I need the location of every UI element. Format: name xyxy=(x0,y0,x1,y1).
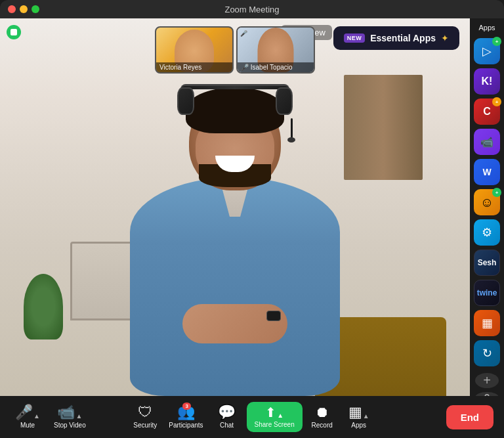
headphones xyxy=(177,84,293,150)
toolbar: 🎤 ▲ Mute 📹 ▲ Stop Video 🛡 Security 👥 3 xyxy=(0,396,504,438)
main-area: ⊞ ⊞ View Victoria Reyes 🎤 🎤 Isabel Topac… xyxy=(0,18,504,396)
chat-button[interactable]: 💬 Chat xyxy=(210,403,244,431)
app-icon-sync[interactable]: ↻ xyxy=(474,340,500,366)
toolbar-right: End xyxy=(376,405,494,429)
thumbnail-victoria[interactable]: Victoria Reyes xyxy=(155,26,234,74)
participants-label: Participants xyxy=(169,422,203,429)
security-label: Security xyxy=(133,422,157,429)
mute-label: Mute xyxy=(20,422,35,429)
record-label: Record xyxy=(312,422,333,429)
toolbar-left: 🎤 ▲ Mute 📹 ▲ Stop Video xyxy=(10,403,128,431)
share-chevron[interactable]: ▲ xyxy=(277,412,284,419)
new-badge: NEW xyxy=(344,33,366,43)
apps-icon: ▦ xyxy=(348,405,362,420)
share-screen-label: Share Screen xyxy=(255,421,295,428)
app-badge-cameo: + xyxy=(492,97,501,106)
sidebar-help-button[interactable]: ? xyxy=(475,392,499,396)
thumbnail-isabel[interactable]: 🎤 🎤 Isabel Topacio xyxy=(236,26,315,74)
sparkle-icon: ✦ xyxy=(441,33,449,43)
video-chevron[interactable]: ▲ xyxy=(75,412,82,420)
add-icon: + xyxy=(483,373,491,388)
window-title: Zoom Meeting xyxy=(224,5,279,14)
thumbnail-strip: Victoria Reyes 🎤 🎤 Isabel Topacio xyxy=(155,26,315,74)
chat-label: Chat xyxy=(220,422,234,429)
app-icon-sesh[interactable]: Sesh xyxy=(474,250,500,276)
app-icon-grid[interactable]: ▦ xyxy=(474,310,500,336)
mute-button[interactable]: 🎤 ▲ Mute xyxy=(10,403,45,431)
apps-chevron[interactable]: ▲ xyxy=(363,412,369,420)
share-screen-button[interactable]: ⬆ ▲ Share Screen xyxy=(247,402,303,432)
banner-text: Essential Apps xyxy=(370,33,436,43)
security-icon: 🛡 xyxy=(138,405,152,420)
stop-video-label: Stop Video xyxy=(54,422,86,429)
chat-icon: 💬 xyxy=(218,405,236,420)
apps-sidebar: Apps ▷ + K! C + 📹 W ☺ + ⚙ Sesh twine xyxy=(470,18,504,396)
app-icon-smiley[interactable]: ☺ + xyxy=(474,189,500,215)
participants-button[interactable]: 👥 3 Participants xyxy=(165,403,207,431)
record-button[interactable]: ⏺ Record xyxy=(305,403,339,431)
stop-video-icon: 📹 xyxy=(57,405,75,420)
apps-label: Apps xyxy=(351,422,366,429)
main-speaker-figure xyxy=(110,55,360,396)
traffic-lights xyxy=(8,5,39,13)
app-icon-twine[interactable]: twine xyxy=(474,280,500,306)
main-video xyxy=(0,18,470,396)
app-icon-gather[interactable]: ⚙ xyxy=(474,219,500,246)
apps-button[interactable]: ▦ ▲ Apps xyxy=(342,403,376,431)
plant xyxy=(24,274,63,339)
thumbnail-label-victoria: Victoria Reyes xyxy=(156,62,232,72)
end-button[interactable]: End xyxy=(446,405,494,429)
toolbar-center: 🛡 Security 👥 3 Participants 💬 Chat ⬆ ▲ S… xyxy=(128,402,375,432)
close-button[interactable] xyxy=(8,5,16,13)
maximize-button[interactable] xyxy=(32,5,39,13)
screen-share-indicator xyxy=(7,25,21,39)
person-body xyxy=(130,177,340,396)
app-icon-workvivo[interactable]: W xyxy=(474,159,500,185)
record-icon: ⏺ xyxy=(315,405,329,420)
minimize-button[interactable] xyxy=(20,5,28,13)
share-screen-icon: ⬆ xyxy=(265,406,276,419)
mute-icon: 🎤 xyxy=(15,405,33,420)
security-button[interactable]: 🛡 Security xyxy=(128,403,162,431)
muted-mic-icon: 🎤 xyxy=(240,30,247,37)
apps-sidebar-title: Apps xyxy=(478,24,495,32)
sidebar-add-button[interactable]: + xyxy=(475,373,499,388)
app-icon-pipecast[interactable]: ▷ + xyxy=(474,38,500,64)
person-hands xyxy=(182,304,287,343)
help-icon: ? xyxy=(484,392,490,396)
title-bar: Zoom Meeting xyxy=(0,0,504,18)
app-icon-vidcast[interactable]: 📹 xyxy=(474,129,500,155)
stop-video-button[interactable]: 📹 ▲ Stop Video xyxy=(50,403,90,431)
essential-apps-banner[interactable]: NEW Essential Apps ✦ xyxy=(333,26,459,50)
video-area: ⊞ ⊞ View Victoria Reyes 🎤 🎤 Isabel Topac… xyxy=(0,18,470,396)
app-icon-cameo[interactable]: C + xyxy=(474,99,500,125)
watch xyxy=(266,311,281,321)
mute-chevron[interactable]: ▲ xyxy=(33,412,40,420)
person-head xyxy=(189,94,281,190)
app-icon-kahoot[interactable]: K! xyxy=(474,68,500,95)
app-badge-pipecast: + xyxy=(492,37,501,46)
participants-count: 3 xyxy=(182,403,190,410)
thumbnail-label-isabel: 🎤 Isabel Topacio xyxy=(238,62,314,72)
app-badge-smiley: + xyxy=(492,188,501,197)
